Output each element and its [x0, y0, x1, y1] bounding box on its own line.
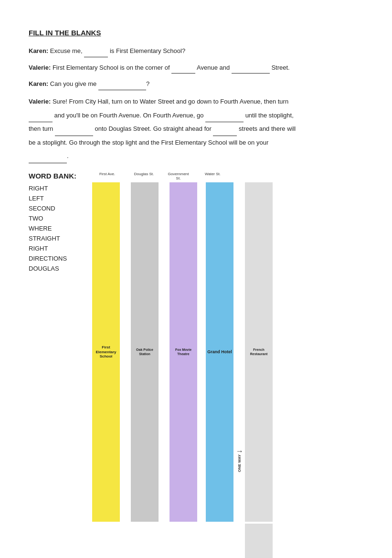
wb-straight: STRAIGHT: [29, 235, 76, 242]
text-4: ?: [146, 80, 149, 87]
map-table: First Elementary School Oak Police Stati…: [91, 181, 274, 558]
page-title: FILL IN THE BLANKS: [29, 29, 363, 37]
text-3: Street.: [270, 64, 290, 71]
cell-one-way-right-1: ONE WAY ↓: [235, 182, 244, 558]
wb-directions: DIRECTIONS: [29, 255, 76, 262]
arrow-down-1: ↓: [235, 450, 244, 453]
speaker-karen-1: Karen: Excuse me,: [29, 47, 84, 54]
label-govt-st: Government St.: [165, 172, 191, 180]
cell-japanese-restaurant: Japanese Restaurant: [244, 523, 273, 558]
building-japanese-restaurant: Japanese Restaurant: [245, 524, 273, 558]
cell-french-restaurant: French Restaurant: [244, 182, 273, 522]
blank-6[interactable]: [205, 116, 244, 122]
label-douglas-st: Douglas St.: [128, 172, 159, 180]
speaker-karen-2: Karen: Can you give me: [29, 80, 98, 87]
wb-left: LEFT: [29, 195, 76, 202]
map-row-1b: Japanese Restaurant: [92, 523, 273, 558]
wb-douglas: DOUGLAS: [29, 265, 76, 272]
cell-first-elementary: First Elementary School: [92, 182, 120, 522]
text-2: Avenue and: [195, 64, 232, 71]
text-8: onto Douglas Street. Go straight ahead f…: [93, 125, 213, 132]
label-first-ave: First Ave.: [92, 172, 123, 180]
cell-fox-movie: Fox Movie Theatre: [169, 182, 198, 522]
speaker-valerie-2: Valerie: Sure! From City Hall, turn on t…: [29, 98, 288, 105]
text-6: until the stoplight,: [244, 112, 294, 119]
text-10: be a stoplight. Go through the stop ligh…: [29, 139, 268, 146]
building-french-restaurant: French Restaurant: [245, 182, 273, 522]
dialog-karen-1: Karen: Excuse me, is First Elementary Sc…: [29, 45, 363, 57]
top-street-labels: First Ave. Douglas St. Government St. Wa…: [92, 172, 274, 180]
blank-4[interactable]: [98, 84, 146, 90]
blank-3[interactable]: [232, 67, 270, 74]
building-first-elementary: First Elementary School: [92, 182, 120, 522]
building-grand-hotel: Grand Hotel: [206, 182, 233, 522]
dialog-valerie-2: Valerie: Sure! From City Hall, turn on t…: [29, 95, 363, 163]
map-wrapper: ESLprintables.com First Ave. Douglas St.…: [91, 172, 274, 558]
wb-right2: RIGHT: [29, 245, 76, 252]
one-way-label-1: ONE WAY ↓: [235, 182, 244, 558]
dialog-karen-2: Karen: Can you give me ?: [29, 78, 363, 90]
cell-road-3: [199, 182, 204, 522]
label-water-st: Water St.: [197, 172, 228, 180]
blank-8[interactable]: [213, 129, 237, 136]
blank-5[interactable]: [29, 116, 53, 122]
wb-where: WHERE: [29, 225, 76, 232]
dialog-valerie-1: Valerie: First Elementary School is on t…: [29, 62, 363, 74]
blank-1[interactable]: [84, 51, 108, 57]
blank-9[interactable]: [29, 157, 67, 163]
cell-oak-police: Oak Police Station: [130, 182, 159, 522]
word-bank: WORD BANK: RIGHT LEFT SECOND TWO WHERE S…: [29, 172, 76, 558]
page-container: FILL IN THE BLANKS Karen: Excuse me, is …: [29, 29, 363, 558]
word-bank-title: WORD BANK:: [29, 172, 76, 180]
building-fox-movie: Fox Movie Theatre: [170, 182, 197, 522]
blank-2[interactable]: [171, 67, 195, 74]
cell-grand-hotel: Grand Hotel: [205, 182, 234, 522]
map-row-1: First Elementary School Oak Police Stati…: [92, 182, 273, 522]
building-oak-police: Oak Police Station: [131, 182, 159, 522]
blank-7[interactable]: [55, 129, 93, 136]
text-11: .: [67, 152, 69, 159]
speaker-valerie-1: Valerie: First Elementary School is on t…: [29, 64, 171, 71]
text-7: then turn: [29, 125, 55, 132]
wb-second: SECOND: [29, 205, 76, 212]
cell-road-1: [121, 182, 129, 522]
text-1: is First Elementary School?: [108, 47, 185, 54]
text-5: and you'll be on Fourth Avenue. On Fourt…: [53, 112, 205, 119]
content-area: WORD BANK: RIGHT LEFT SECOND TWO WHERE S…: [29, 172, 363, 558]
wb-right1: RIGHT: [29, 185, 76, 192]
wb-two: TWO: [29, 215, 76, 222]
text-9: streets and there will: [237, 125, 296, 132]
cell-road-2: [160, 182, 168, 522]
